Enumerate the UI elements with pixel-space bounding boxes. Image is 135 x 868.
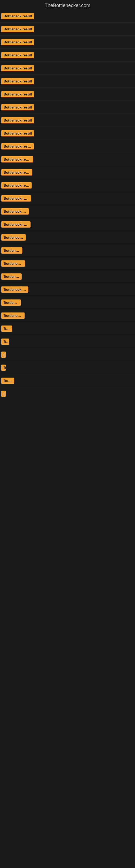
bottleneck-item: Bottleneck result xyxy=(1,168,135,177)
bottleneck-section: Bottleneck result xyxy=(0,153,135,166)
bottleneck-section: Bottleneck res xyxy=(0,283,135,296)
site-title: TheBottlenecker.com xyxy=(0,0,135,10)
bottleneck-item: | xyxy=(1,390,135,398)
site-title-container: TheBottlenecker.com xyxy=(0,0,135,10)
bottleneck-section: Bottleneck xyxy=(0,270,135,283)
bottleneck-item: Bottleneck result xyxy=(1,155,135,163)
bottleneck-item: Bottleneck result xyxy=(1,129,135,137)
bottleneck-section: Bottleneck result xyxy=(0,101,135,114)
bottleneck-badge[interactable]: Bottleneck r xyxy=(1,260,25,267)
bottleneck-item: Bottleneck result xyxy=(1,64,135,72)
bottleneck-list: Bottleneck resultBottleneck resultBottle… xyxy=(0,10,135,400)
bottleneck-item: Bottle xyxy=(1,376,135,385)
bottleneck-section: | xyxy=(0,388,135,400)
bottleneck-badge[interactable]: Bottleneck result xyxy=(1,169,32,176)
bottleneck-item: Bottleneck result xyxy=(1,220,135,229)
bottleneck-badge[interactable]: Bottleneck res xyxy=(1,208,29,215)
bottleneck-badge[interactable]: B xyxy=(1,365,6,371)
bottleneck-badge[interactable]: Bottleneck result xyxy=(1,91,34,97)
bottleneck-badge[interactable]: | xyxy=(1,351,6,358)
bottleneck-badge[interactable]: Bottlenec xyxy=(1,300,21,306)
bottleneck-item: Bottleneck r xyxy=(1,259,135,268)
bottleneck-section: Bott xyxy=(0,322,135,335)
bottleneck-badge[interactable]: Bott xyxy=(1,326,12,332)
bottleneck-badge[interactable]: Bottleneck r xyxy=(1,235,26,241)
bottleneck-item: Bottleneck result xyxy=(1,142,135,151)
bottleneck-badge[interactable]: Bottleneck result xyxy=(1,39,34,45)
bottleneck-badge[interactable]: Bottleneck result xyxy=(1,221,31,227)
bottleneck-badge[interactable]: Bottleneck res xyxy=(1,286,28,293)
bottleneck-section: Bottleneck result xyxy=(0,218,135,231)
bottleneck-item: Bottleneck result xyxy=(1,181,135,190)
bottleneck-section: Bottleneck result xyxy=(0,114,135,127)
bottleneck-section: | xyxy=(0,348,135,361)
bottleneck-badge[interactable]: Bottleneck result xyxy=(1,104,34,111)
bottleneck-section: Bottleneck xyxy=(0,244,135,257)
bottleneck-badge[interactable]: Bottleneck xyxy=(1,273,21,280)
bottleneck-item: Bottleneck xyxy=(1,246,135,255)
bottleneck-section: Bottleneck r xyxy=(0,309,135,322)
bottleneck-item: Bottleneck result xyxy=(1,116,135,124)
bottleneck-section: Bottleneck result xyxy=(0,75,135,88)
bottleneck-item: Bottleneck res xyxy=(1,285,135,294)
bottleneck-section: Bottleneck result xyxy=(0,36,135,49)
bottleneck-section: B xyxy=(0,361,135,374)
bottleneck-item: Bottleneck result xyxy=(1,25,135,33)
bottleneck-item: Bottleneck result xyxy=(1,77,135,86)
bottleneck-section: Bottleneck result xyxy=(0,140,135,153)
bottleneck-badge[interactable]: Bottleneck xyxy=(1,247,22,254)
bottleneck-item: B xyxy=(1,364,135,372)
bottleneck-badge[interactable]: Bottleneck result xyxy=(1,195,31,202)
bottleneck-badge[interactable]: Bottleneck result xyxy=(1,156,33,162)
bottleneck-section: Bottleneck res xyxy=(0,205,135,218)
bottleneck-badge[interactable]: Bottle xyxy=(1,378,14,384)
bottleneck-item: Bottleneck xyxy=(1,272,135,281)
bottleneck-section: Bottle xyxy=(0,374,135,388)
bottleneck-badge[interactable]: Bottleneck result xyxy=(1,65,34,71)
bottleneck-section: Bottleneck result xyxy=(0,166,135,179)
bottleneck-section: Bottlenec xyxy=(0,296,135,309)
bottleneck-badge[interactable]: Bottleneck result xyxy=(1,78,34,84)
bottleneck-item: Bottleneck r xyxy=(1,311,135,320)
bottleneck-section: Bottleneck r xyxy=(0,231,135,244)
bottleneck-item: Bottleneck result xyxy=(1,38,135,46)
bottleneck-item: Bottleneck result xyxy=(1,12,135,20)
bottleneck-item: Bottleneck r xyxy=(1,233,135,242)
bottleneck-item: Bottleneck result xyxy=(1,51,135,59)
bottleneck-item: Bottleneck res xyxy=(1,207,135,216)
bottleneck-section: Bottleneck result xyxy=(0,62,135,75)
bottleneck-badge[interactable]: Bottleneck result xyxy=(1,130,34,136)
bottleneck-item: | xyxy=(1,350,135,359)
bottleneck-item: Bottleneck result xyxy=(1,103,135,112)
bottleneck-section: Bottleneck result xyxy=(0,10,135,23)
bottleneck-badge[interactable]: Bottleneck r xyxy=(1,312,25,319)
bottleneck-section: Bottleneck result xyxy=(0,127,135,140)
bottleneck-badge[interactable]: Bo xyxy=(1,339,9,345)
bottleneck-section: Bottleneck result xyxy=(0,192,135,205)
bottleneck-item: Bottleneck result xyxy=(1,90,135,98)
bottleneck-badge[interactable]: Bottleneck result xyxy=(1,13,34,19)
bottleneck-badge[interactable]: Bottleneck result xyxy=(1,182,32,188)
bottleneck-section: Bottleneck r xyxy=(0,257,135,270)
bottleneck-section: Bo xyxy=(0,335,135,348)
bottleneck-badge[interactable]: Bottleneck result xyxy=(1,143,34,150)
bottleneck-badge[interactable]: Bottleneck result xyxy=(1,117,34,123)
bottleneck-section: Bottleneck result xyxy=(0,23,135,36)
bottleneck-item: Bottlenec xyxy=(1,299,135,307)
bottleneck-badge[interactable]: Bottleneck result xyxy=(1,52,34,58)
bottleneck-item: Bo xyxy=(1,337,135,346)
bottleneck-item: Bott xyxy=(1,324,135,333)
bottleneck-section: Bottleneck result xyxy=(0,88,135,101)
bottleneck-item: Bottleneck result xyxy=(1,194,135,203)
bottleneck-badge[interactable]: | xyxy=(1,391,6,397)
bottleneck-badge[interactable]: Bottleneck result xyxy=(1,26,34,32)
bottleneck-section: Bottleneck result xyxy=(0,49,135,62)
bottleneck-section: Bottleneck result xyxy=(0,179,135,192)
